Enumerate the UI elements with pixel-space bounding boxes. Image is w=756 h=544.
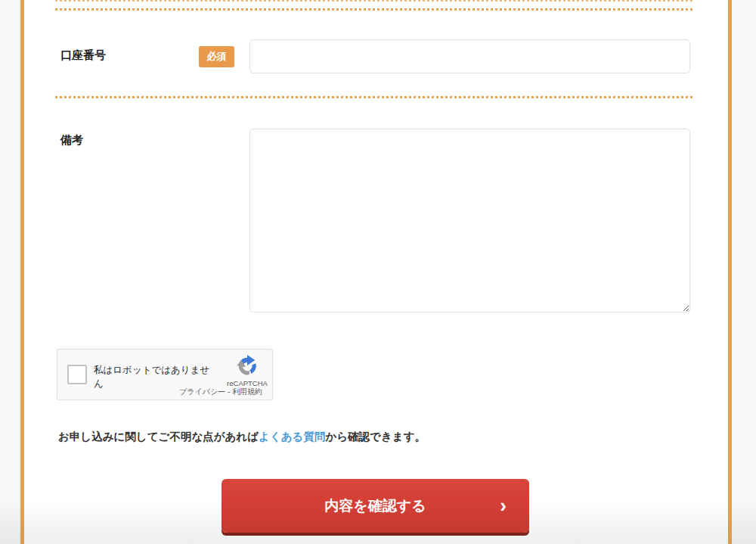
recaptcha-privacy-terms-link[interactable]: プライバシー - 利用規約	[179, 387, 262, 397]
help-text: お申し込みに関してご不明な点があればよくある質問から確認できます。	[58, 430, 426, 444]
chevron-right-icon: ›	[500, 495, 507, 514]
dotted-separator-top	[55, 8, 695, 11]
dotted-separator-clipped	[55, 0, 695, 2]
page-root: 口座番号 必須 備考 私はロボットではありません reCAPTCHA プライバシ…	[0, 0, 756, 544]
dotted-separator-middle	[55, 96, 695, 98]
help-text-before: お申し込みに関してご不明な点があれば	[58, 431, 259, 443]
remarks-textarea[interactable]	[249, 129, 690, 312]
confirm-button[interactable]: 内容を確認する ›	[222, 479, 529, 533]
required-badge: 必須	[199, 46, 234, 67]
recaptcha-checkbox[interactable]	[67, 365, 87, 384]
recaptcha-logo: reCAPTCHA	[222, 354, 272, 387]
faq-link[interactable]: よくある質問	[259, 431, 325, 443]
remarks-label: 備考	[60, 133, 83, 148]
recaptcha-icon	[234, 354, 260, 378]
help-text-after: から確認できます。	[325, 431, 426, 443]
recaptcha-widget: 私はロボットではありません reCAPTCHA プライバシー - 利用規約	[57, 349, 273, 400]
account-number-input[interactable]	[249, 39, 690, 73]
account-number-label: 口座番号	[60, 48, 106, 63]
confirm-button-label: 内容を確認する	[324, 498, 426, 514]
